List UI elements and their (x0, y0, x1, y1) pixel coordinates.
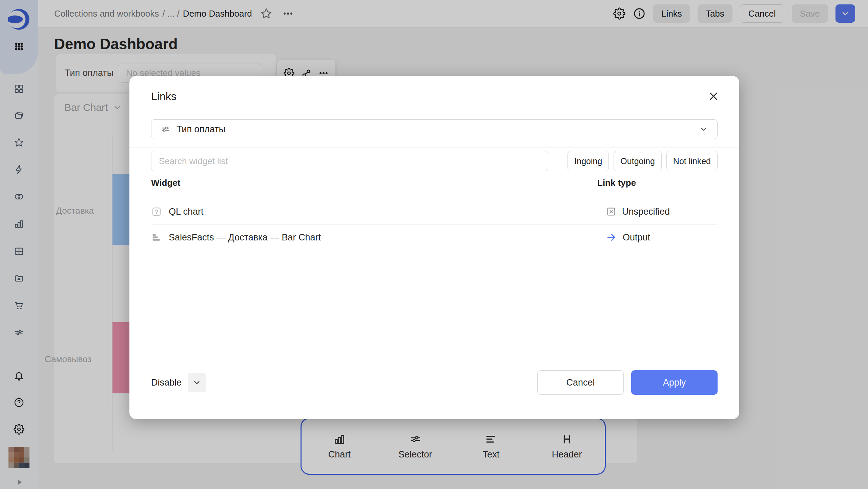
sliders-icon (160, 124, 170, 134)
link-type-value: Output (623, 232, 650, 243)
links-modal: Links Тип оплаты Ingoing Outgoing Not li… (129, 76, 739, 419)
filter-ingoing-button[interactable]: Ingoing (567, 151, 609, 171)
widget-select-dropdown[interactable]: Тип оплаты (151, 119, 718, 139)
chevron-down-icon (699, 124, 708, 134)
column-link-type: Link type (597, 178, 636, 188)
arrow-right-icon (606, 232, 617, 243)
modal-title: Links (151, 90, 177, 103)
modal-cancel-button[interactable]: Cancel (537, 370, 624, 395)
table-row[interactable]: ? QL chart Unspecified (151, 199, 718, 224)
link-filters: Ingoing Outgoing Not linked (567, 151, 718, 171)
table-row[interactable]: SalesFacts — Доставка — Bar Chart Output (151, 224, 718, 250)
filter-not-linked-button[interactable]: Not linked (666, 151, 718, 171)
disable-button[interactable]: Disable (151, 377, 185, 388)
x-square-icon (606, 206, 617, 217)
link-type-cell[interactable]: Unspecified (606, 206, 670, 217)
ql-question-box-icon: ? (151, 206, 162, 217)
close-icon (708, 91, 719, 102)
bar-list-icon (151, 232, 162, 243)
search-widget-input[interactable] (151, 151, 548, 171)
table-header-row: Widget Link type (151, 178, 718, 193)
svg-text:?: ? (155, 209, 158, 215)
link-type-value: Unspecified (622, 207, 670, 217)
filter-outgoing-button[interactable]: Outgoing (614, 151, 661, 171)
selected-widget-value: Тип оплаты (177, 124, 225, 135)
disable-dropdown-button[interactable] (188, 373, 206, 392)
widget-name: QL chart (169, 207, 204, 217)
widget-name: SalesFacts — Доставка — Bar Chart (169, 232, 321, 243)
modal-apply-button[interactable]: Apply (631, 370, 718, 395)
column-widget: Widget (151, 178, 180, 188)
link-type-cell[interactable]: Output (606, 232, 650, 243)
modal-footer: Disable Cancel Apply (151, 370, 718, 395)
modal-divider (129, 148, 739, 148)
chevron-down-icon (192, 378, 202, 387)
modal-close-button[interactable] (706, 89, 721, 104)
app-screen: Collections and workbooks / ... / Demo D… (0, 0, 868, 489)
